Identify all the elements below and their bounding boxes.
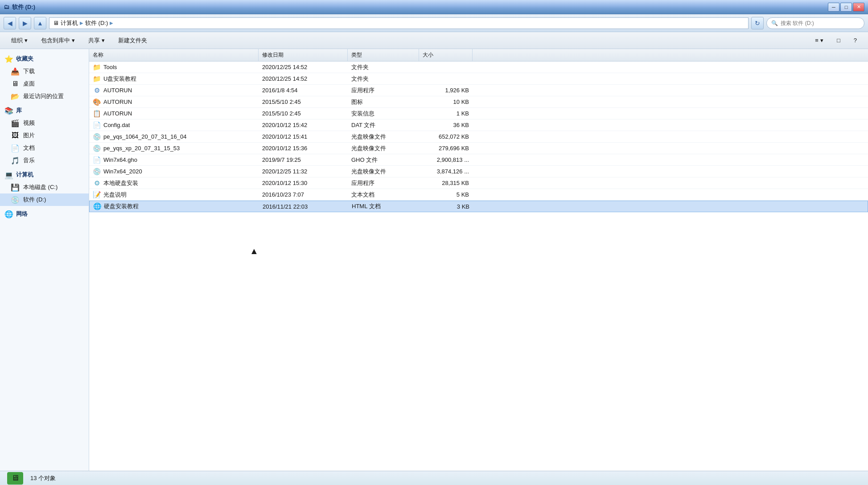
file-type: GHO 文件 (351, 156, 378, 164)
table-row[interactable]: 📁 Tools 2020/12/25 14:52 文件夹 (89, 62, 868, 73)
back-button[interactable]: ◀ (4, 17, 16, 29)
toolbar: 组织 ▾ 包含到库中 ▾ 共享 ▾ 新建文件夹 ≡ ▾ □ ? (0, 32, 868, 49)
sidebar-item-image[interactable]: 🖼 图片 (0, 129, 89, 142)
toolbar-right: ≡ ▾ □ ? (809, 34, 863, 47)
file-name-cell: ⚙ AUTORUN (89, 86, 259, 95)
file-name: 本地硬盘安装 (103, 179, 138, 187)
sidebar-item-recent[interactable]: 📂 最近访问的位置 (0, 90, 89, 103)
sidebar-header-network[interactable]: 🌐 网络 (0, 208, 89, 220)
sidebar-item-download[interactable]: 📥 下载 (0, 65, 89, 78)
path-drive[interactable]: 软件 (D:) (85, 19, 108, 27)
sidebar-favorites-label: 收藏夹 (16, 55, 33, 63)
file-type: 应用程序 (351, 86, 374, 95)
view-dropdown-button[interactable]: ≡ ▾ (809, 34, 829, 47)
sidebar-item-video[interactable]: 🎬 视频 (0, 117, 89, 129)
sidebar-header-computer[interactable]: 💻 计算机 (0, 169, 89, 181)
refresh-button[interactable]: ↻ (751, 17, 764, 29)
library-arrow: ▾ (72, 37, 75, 44)
file-modified-cell: 2020/10/12 15:42 (259, 122, 348, 128)
new-folder-label: 新建文件夹 (118, 37, 147, 45)
address-path[interactable]: 🖥 计算机 ▶ 软件 (D:) ▶ (49, 17, 749, 29)
col-header-type[interactable]: 类型 (348, 49, 419, 61)
status-bar: 🖥 13 个对象 (0, 471, 868, 485)
sidebar-disk-d-label: 软件 (D:) (23, 196, 46, 204)
table-row[interactable]: ⚙ 本地硬盘安装 2020/10/12 15:30 应用程序 28,315 KB (89, 177, 868, 189)
help-button[interactable]: ? (848, 34, 863, 47)
sidebar-item-desktop[interactable]: 🖥 桌面 (0, 78, 89, 90)
file-type: DAT 文件 (351, 121, 375, 129)
file-list: 📁 Tools 2020/12/25 14:52 文件夹 📁 U盘安装教程 20… (89, 62, 868, 471)
file-modified-cell: 2020/12/25 14:52 (259, 64, 348, 70)
table-row[interactable]: 📄 Config.dat 2020/10/12 15:42 DAT 文件 36 … (89, 119, 868, 131)
path-drive-label: 软件 (D:) (85, 19, 108, 27)
sidebar-item-disk-c[interactable]: 💾 本地磁盘 (C:) (0, 181, 89, 193)
sidebar-network-label: 网络 (16, 210, 28, 218)
col-modified-label: 修改日期 (262, 51, 284, 59)
table-row[interactable]: 💿 Win7x64_2020 2020/12/25 11:32 光盘映像文件 3… (89, 166, 868, 177)
file-icon: 📁 (93, 63, 101, 71)
search-input[interactable] (781, 20, 852, 26)
table-row[interactable]: ⚙ AUTORUN 2016/1/8 4:54 应用程序 1,926 KB (89, 85, 868, 96)
maximize-button[interactable]: □ (840, 3, 852, 12)
file-name: AUTORUN (103, 110, 132, 117)
table-row[interactable]: 🌐 硬盘安装教程 2016/11/21 22:03 HTML 文档 3 KB (89, 201, 868, 212)
file-name: AUTORUN (103, 99, 132, 105)
main-container: ⭐ 收藏夹 📥 下载 🖥 桌面 📂 最近访问的位置 📚 库 (0, 49, 868, 471)
forward-button[interactable]: ▶ (19, 17, 31, 29)
file-name-cell: 📋 AUTORUN (89, 110, 259, 118)
file-name-cell: 📁 U盘安装教程 (89, 75, 259, 83)
file-name-cell: 📝 光盘说明 (89, 191, 259, 199)
library-button[interactable]: 包含到库中 ▾ (35, 34, 81, 47)
file-modified: 2015/5/10 2:45 (262, 99, 301, 105)
table-row[interactable]: 📋 AUTORUN 2015/5/10 2:45 安装信息 1 KB (89, 108, 868, 119)
organize-button[interactable]: 组织 ▾ (5, 34, 33, 47)
sidebar-header-library[interactable]: 📚 库 (0, 104, 89, 117)
sidebar-desktop-label: 桌面 (23, 80, 35, 88)
file-size-cell: 28,315 KB (419, 180, 473, 186)
sidebar-header-favorites[interactable]: ⭐ 收藏夹 (0, 53, 89, 65)
table-row[interactable]: 💿 pe_yqs_xp_20_07_31_15_53 2020/10/12 15… (89, 143, 868, 154)
col-header-name[interactable]: 名称 (89, 49, 259, 61)
file-size: 5 KB (457, 191, 469, 198)
table-row[interactable]: 📁 U盘安装教程 2020/12/25 14:52 文件夹 (89, 73, 868, 85)
file-modified: 2020/10/12 15:42 (262, 122, 307, 128)
close-button[interactable]: ✕ (853, 3, 864, 12)
col-header-modified[interactable]: 修改日期 (259, 49, 348, 61)
file-type: 光盘映像文件 (351, 133, 386, 141)
col-size-label: 大小 (423, 51, 433, 59)
file-type: HTML 文档 (352, 202, 381, 210)
new-folder-button[interactable]: 新建文件夹 (112, 34, 153, 47)
sidebar-section-network: 🌐 网络 (0, 208, 89, 220)
recent-icon: 📂 (11, 92, 20, 101)
file-size-cell: 3,874,126 ... (419, 168, 473, 175)
table-row[interactable]: 💿 pe_yqs_1064_20_07_31_16_04 2020/10/12 … (89, 131, 868, 143)
file-icon: 📁 (93, 75, 101, 83)
preview-button[interactable]: □ (831, 34, 846, 47)
search-box[interactable]: 🔍 (766, 17, 864, 29)
preview-icon: □ (837, 37, 840, 44)
table-row[interactable]: 📝 光盘说明 2016/10/23 7:07 文本文档 5 KB (89, 189, 868, 201)
path-computer[interactable]: 计算机 (61, 19, 78, 27)
sidebar-library-label: 库 (16, 107, 22, 115)
file-modified: 2020/12/25 14:52 (262, 75, 307, 82)
file-modified-cell: 2020/12/25 14:52 (259, 75, 348, 82)
file-name-cell: 🌐 硬盘安装教程 (90, 202, 259, 210)
sidebar-item-music[interactable]: 🎵 音乐 (0, 154, 89, 167)
file-size-cell: 3 KB (420, 203, 473, 210)
file-name: Win7x64.gho (103, 156, 137, 163)
status-app-icon: 🖥 (7, 472, 23, 485)
file-icon: 💿 (93, 133, 101, 141)
table-row[interactable]: 🎨 AUTORUN 2015/5/10 2:45 图标 10 KB (89, 96, 868, 108)
table-row[interactable]: 📄 Win7x64.gho 2019/9/7 19:25 GHO 文件 2,90… (89, 154, 868, 166)
file-modified: 2020/12/25 14:52 (262, 64, 307, 70)
sidebar-item-disk-d[interactable]: 💿 软件 (D:) (0, 193, 89, 206)
up-button[interactable]: ▲ (34, 17, 46, 29)
minimize-button[interactable]: ─ (828, 3, 839, 12)
path-arrow-1: ▶ (80, 21, 83, 25)
col-header-size[interactable]: 大小 (419, 49, 473, 61)
sidebar-item-document[interactable]: 📄 文档 (0, 142, 89, 154)
file-modified-cell: 2016/11/21 22:03 (259, 203, 348, 210)
disk-c-icon: 💾 (11, 183, 20, 192)
file-modified-cell: 2020/10/12 15:41 (259, 133, 348, 140)
share-button[interactable]: 共享 ▾ (82, 34, 111, 47)
